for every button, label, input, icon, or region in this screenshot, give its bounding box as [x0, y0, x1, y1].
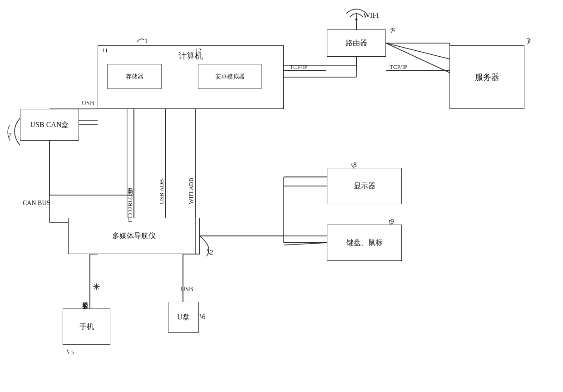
multimedia-label: 多媒体导航仪 — [112, 231, 156, 241]
wifi-adb-label: WIFI ADB — [188, 132, 195, 204]
router-label: 路由器 — [346, 39, 367, 48]
label-11: 11 — [102, 47, 108, 54]
keyboard-box: 键盘、鼠标 — [327, 225, 402, 261]
server-box: 服务器 — [449, 45, 524, 109]
phone-box: 手机 — [63, 309, 110, 345]
tcp-ip-left-label: TCP/IP — [290, 64, 307, 71]
bluetooth-icon: ✳ — [93, 281, 100, 292]
number-4: 4 — [528, 37, 531, 45]
number-2: 2 — [210, 249, 213, 256]
number-9: 9 — [390, 218, 394, 225]
number-5: 5 — [70, 348, 74, 356]
router-box: 路由器 — [327, 29, 386, 57]
phone-label: 手机 — [79, 322, 94, 332]
can-bus-label: CAN BUS — [23, 200, 50, 207]
android-emu-label: 安卓模拟器 — [215, 73, 245, 81]
number-1: 1 — [144, 37, 148, 45]
ft232-label: FT232RL转USB — [126, 132, 134, 222]
usb-adb-label: USB ADB — [158, 132, 165, 204]
svg-line-16 — [284, 243, 327, 245]
number-7: 7 — [8, 132, 12, 139]
computer-box: 计算机 存储器 安卓模拟器 — [98, 45, 284, 109]
label-12: 12 — [195, 47, 201, 54]
number-6: 6 — [202, 313, 206, 321]
udisk-label: U盘 — [177, 313, 190, 322]
diagram: 计算机 存储器 安卓模拟器 11 12 路由器 服务器 USB CAN盒 多媒体… — [0, 0, 563, 392]
server-label: 服务器 — [475, 72, 499, 83]
bluetooth-label: 蓝牙协议 — [81, 268, 89, 313]
tcp-ip-right-label: TCP/IP — [390, 64, 407, 71]
wifi-label: WIFI — [363, 11, 379, 20]
keyboard-label: 键盘、鼠标 — [346, 238, 383, 248]
storage-box: 存储器 — [107, 64, 162, 89]
usb-top-label: USB — [82, 100, 94, 107]
storage-label: 存储器 — [126, 73, 143, 81]
svg-point-1 — [356, 19, 358, 21]
usb-bottom-label: USB — [181, 286, 193, 293]
number-8: 8 — [353, 161, 357, 169]
android-emu-box: 安卓模拟器 — [198, 64, 262, 89]
usb-can-box: USB CAN盒 — [20, 109, 79, 141]
udisk-box: U盘 — [168, 302, 199, 333]
multimedia-box: 多媒体导航仪 — [68, 218, 200, 254]
display-box: 显示器 — [327, 168, 402, 204]
display-label: 显示器 — [354, 181, 375, 191]
svg-line-6 — [386, 43, 449, 59]
usb-can-label: USB CAN盒 — [30, 120, 69, 130]
number-3: 3 — [391, 26, 395, 34]
